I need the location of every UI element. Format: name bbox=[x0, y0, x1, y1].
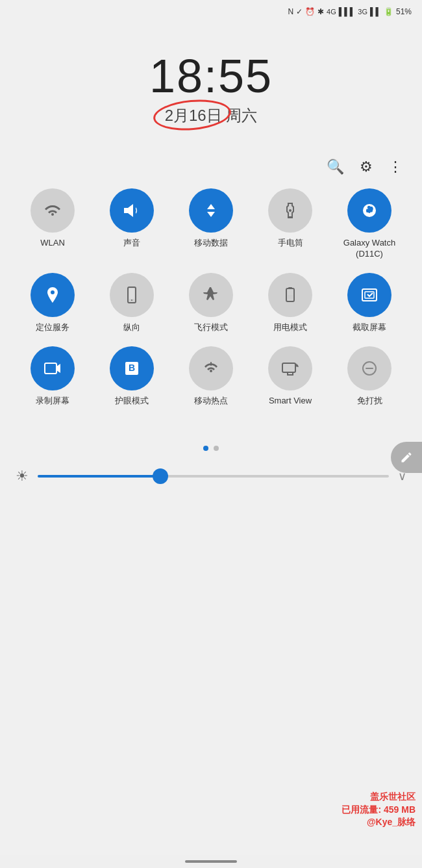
tiles-row-2: 定位服务 纵向 飞行模式 bbox=[13, 273, 409, 333]
svg-rect-9 bbox=[45, 363, 56, 374]
tile-sound-label: 声音 bbox=[123, 238, 140, 249]
page-indicators bbox=[0, 446, 422, 451]
tile-dnd[interactable]: 免打扰 bbox=[337, 346, 402, 407]
tile-sound-circle bbox=[110, 188, 154, 233]
brightness-fill bbox=[38, 475, 160, 478]
brightness-low-icon: ☀ bbox=[16, 468, 29, 485]
edit-fab[interactable] bbox=[391, 442, 422, 473]
bluetooth-status-icon: ✱ bbox=[317, 7, 324, 16]
tile-flashlight[interactable]: 手电筒 bbox=[258, 188, 323, 249]
tile-mobile-data-circle bbox=[189, 188, 233, 233]
tile-mobile-data[interactable]: 移动数据 bbox=[179, 188, 243, 249]
tile-airplane[interactable]: 飞行模式 bbox=[179, 273, 243, 333]
svg-rect-12 bbox=[210, 362, 212, 366]
tile-wlan-circle bbox=[31, 188, 75, 233]
battery-percent: 51% bbox=[396, 7, 412, 16]
tile-flashlight-label: 手电筒 bbox=[278, 238, 303, 249]
tile-wlan-label: WLAN bbox=[40, 238, 65, 249]
tile-location-circle bbox=[31, 273, 75, 317]
clock-date-text: 2月16日 周六 bbox=[165, 107, 258, 124]
tile-location[interactable]: 定位服务 bbox=[20, 273, 85, 333]
tile-eye-protect-circle: B bbox=[110, 346, 154, 390]
svg-rect-13 bbox=[282, 363, 295, 372]
clock-area: 18:55 2月16日 周六 bbox=[0, 23, 422, 139]
network-3g-icon: 3G bbox=[358, 8, 367, 16]
tile-hotspot[interactable]: 移动热点 bbox=[179, 346, 243, 407]
brightness-thumb[interactable] bbox=[153, 468, 168, 484]
tile-smart-view-label: Smart View bbox=[269, 396, 312, 407]
tile-galaxy-watch[interactable]: Galaxy Watch(D11C) bbox=[337, 188, 402, 260]
bottom-bar bbox=[0, 855, 422, 868]
tile-galaxy-watch-circle bbox=[347, 188, 391, 233]
svg-rect-2 bbox=[129, 288, 134, 299]
alarm-icon: ⏰ bbox=[305, 7, 315, 16]
settings-icon[interactable]: ⚙ bbox=[360, 159, 373, 175]
svg-text:B: B bbox=[129, 363, 135, 373]
clock-time: 18:55 bbox=[0, 49, 422, 103]
tile-airplane-label: 飞行模式 bbox=[194, 322, 228, 333]
more-options-icon[interactable]: ⋮ bbox=[388, 159, 403, 175]
tile-mobile-data-label: 移动数据 bbox=[194, 238, 228, 249]
battery-icon: 🔋 bbox=[384, 7, 393, 16]
tile-hotspot-circle bbox=[189, 346, 233, 390]
clock-date: 2月16日 周六 bbox=[165, 105, 258, 126]
svg-rect-6 bbox=[288, 295, 293, 299]
tile-smart-view[interactable]: Smart View bbox=[258, 346, 323, 407]
tile-eye-protect[interactable]: B 护眼模式 bbox=[99, 346, 164, 407]
tile-dnd-label: 免打扰 bbox=[357, 396, 382, 407]
tile-smart-view-circle bbox=[268, 346, 312, 390]
clock-date-wrapper: 2月16日 周六 bbox=[0, 105, 422, 126]
tile-hotspot-label: 移动热点 bbox=[194, 396, 228, 407]
check-icon: ✓ bbox=[296, 7, 303, 16]
tile-screenshot[interactable]: 截取屏幕 bbox=[337, 273, 402, 333]
signal-bars2-icon: ▌▌ bbox=[370, 7, 381, 16]
tile-portrait-circle bbox=[110, 273, 154, 317]
page-dot-2 bbox=[214, 446, 219, 451]
svg-point-3 bbox=[131, 300, 132, 301]
tile-record[interactable]: 录制屏幕 bbox=[20, 346, 85, 407]
watermark-traffic: 已用流量: 459 MB bbox=[341, 804, 416, 817]
nfc-icon: N bbox=[288, 7, 293, 16]
tile-wlan[interactable]: WLAN bbox=[20, 188, 85, 249]
tile-flashlight-circle bbox=[268, 188, 312, 233]
tile-sound[interactable]: 声音 bbox=[99, 188, 164, 249]
tile-screenshot-label: 截取屏幕 bbox=[353, 322, 386, 333]
tile-record-circle bbox=[31, 346, 75, 390]
tile-power-mode-circle bbox=[268, 273, 312, 317]
bottom-nav bbox=[0, 855, 422, 868]
svg-rect-8 bbox=[365, 292, 374, 298]
status-bar: N ✓ ⏰ ✱ 4G ▌▌▌ 3G ▌▌ 🔋 51% bbox=[0, 0, 422, 23]
tile-galaxy-watch-label: Galaxy Watch(D11C) bbox=[343, 238, 395, 260]
tiles-row-1: WLAN 声音 移动数据 bbox=[13, 188, 409, 260]
svg-rect-5 bbox=[288, 287, 292, 289]
signal-bars-icon: ▌▌▌ bbox=[339, 7, 356, 16]
tile-location-label: 定位服务 bbox=[36, 322, 69, 333]
svg-point-0 bbox=[289, 209, 292, 212]
page-dot-1 bbox=[203, 446, 208, 451]
tile-dnd-circle bbox=[347, 346, 391, 390]
watermark: 盖乐世社区 已用流量: 459 MB @Kye_脉络 bbox=[341, 791, 416, 829]
tile-portrait[interactable]: 纵向 bbox=[99, 273, 164, 333]
tile-power-mode-label: 用电模式 bbox=[273, 322, 307, 333]
svg-rect-16 bbox=[366, 368, 373, 369]
tile-eye-protect-label: 护眼模式 bbox=[115, 396, 149, 407]
tiles-row-3: 录制屏幕 B 护眼模式 移动热点 bbox=[13, 346, 409, 407]
quick-tiles-section: WLAN 声音 移动数据 bbox=[0, 182, 422, 426]
brightness-slider[interactable] bbox=[38, 475, 389, 478]
search-icon[interactable]: 🔍 bbox=[327, 159, 344, 175]
watermark-site: 盖乐世社区 bbox=[341, 791, 416, 804]
tile-airplane-circle bbox=[189, 273, 233, 317]
status-icons: N ✓ ⏰ ✱ 4G ▌▌▌ 3G ▌▌ 🔋 51% bbox=[288, 7, 412, 16]
brightness-row: ☀ ∨ bbox=[0, 457, 422, 495]
quick-settings-header: 🔍 ⚙ ⋮ bbox=[0, 152, 422, 182]
tile-power-mode[interactable]: 用电模式 bbox=[258, 273, 323, 333]
tile-portrait-label: 纵向 bbox=[123, 322, 140, 333]
home-indicator[interactable] bbox=[185, 860, 237, 863]
watermark-user: @Kye_脉络 bbox=[341, 816, 416, 829]
tile-record-label: 录制屏幕 bbox=[36, 396, 69, 407]
network-4g-icon: 4G bbox=[327, 8, 336, 16]
tile-screenshot-circle bbox=[347, 273, 391, 317]
